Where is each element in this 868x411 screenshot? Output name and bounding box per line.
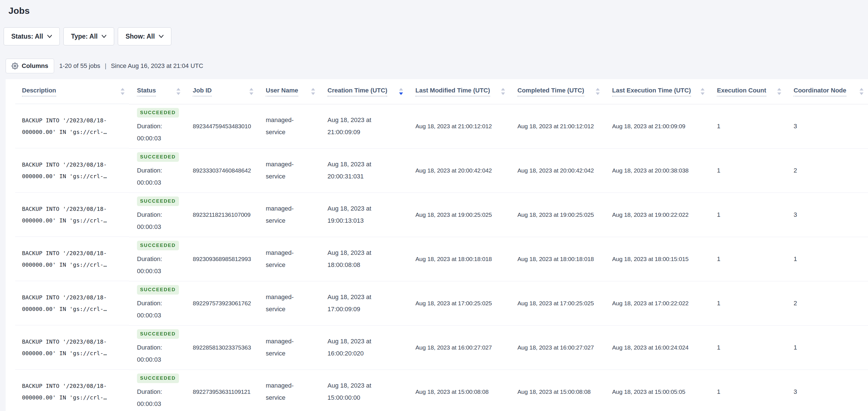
coordinator-node: 2: [794, 300, 797, 307]
coordinator-node: 1: [794, 344, 797, 351]
sort-icon[interactable]: [701, 88, 705, 95]
chevron-down-icon: [101, 35, 106, 38]
jobs-table-body: BACKUP INTO '/2023/08/18- 000000.00' IN …: [6, 104, 868, 411]
sort-icon[interactable]: [399, 88, 403, 95]
creation-time: Aug 18, 2023 at 15:00:00:00: [328, 382, 371, 401]
column-label: Execution Count: [717, 87, 766, 96]
status-badge: SUCCEEDED: [137, 241, 179, 250]
last-modified-time: Aug 18, 2023 at 16:00:27:027: [415, 344, 492, 351]
execution-count: 1: [717, 255, 720, 262]
execution-count: 1: [717, 123, 720, 130]
execution-count: 1: [717, 300, 720, 307]
coordinator-node: 3: [794, 388, 797, 395]
chevron-down-icon: [47, 35, 52, 38]
last-modified-time: Aug 18, 2023 at 17:00:25:025: [415, 300, 492, 306]
column-header-completed-time[interactable]: Completed Time (UTC): [509, 79, 604, 104]
creation-time: Aug 18, 2023 at 20:00:31:031: [328, 161, 371, 180]
last-modified-time: Aug 18, 2023 at 18:00:18:018: [415, 256, 492, 262]
column-label: Last Modified Time (UTC): [415, 87, 490, 96]
user-name: managed- service: [266, 382, 293, 401]
last-execution-time: Aug 18, 2023 at 19:00:22:022: [612, 211, 688, 218]
user-name: managed- service: [266, 338, 293, 357]
toolbar-separator: |: [105, 62, 106, 70]
status-filter-dropdown[interactable]: Status: All: [4, 27, 60, 46]
creation-time: Aug 18, 2023 at 18:00:08:08: [328, 249, 371, 268]
table-row: BACKUP INTO '/2023/08/18- 000000.00' IN …: [6, 237, 868, 281]
creation-time: Aug 18, 2023 at 16:00:20:020: [328, 338, 371, 357]
column-label: Creation Time (UTC): [328, 87, 387, 96]
gear-icon: [11, 63, 18, 69]
show-filter-label: Show: All: [125, 33, 155, 40]
creation-time: Aug 18, 2023 at 21:00:09:09: [328, 116, 371, 136]
since-timestamp: Since Aug 16, 2023 at 21:04 UTC: [111, 62, 203, 70]
job-id: 892333037460848642: [193, 167, 251, 174]
type-filter-dropdown[interactable]: Type: All: [63, 27, 115, 46]
column-label: Description: [22, 87, 56, 96]
table-row: BACKUP INTO '/2023/08/18- 000000.00' IN …: [6, 148, 868, 193]
column-label: User Name: [266, 87, 298, 96]
job-duration: Duration: 00:00:03: [137, 386, 178, 410]
status-badge: SUCCEEDED: [137, 108, 179, 118]
job-id: 892321182136107009: [193, 211, 251, 218]
column-header-last-execution-time[interactable]: Last Execution Time (UTC): [604, 79, 709, 104]
job-description: BACKUP INTO '/2023/08/18- 000000.00' IN …: [22, 161, 107, 180]
job-duration: Duration: 00:00:03: [137, 165, 178, 189]
completed-time: Aug 18, 2023 at 20:00:42:042: [518, 167, 594, 174]
sort-icon[interactable]: [596, 88, 600, 95]
table-row: BACKUP INTO '/2023/08/18- 000000.00' IN …: [6, 104, 868, 148]
job-id: 892309368985812993: [193, 256, 251, 262]
job-description: BACKUP INTO '/2023/08/18- 000000.00' IN …: [22, 383, 107, 401]
column-header-description[interactable]: Description: [6, 79, 129, 104]
job-duration: Duration: 00:00:03: [137, 209, 178, 233]
job-duration: Duration: 00:00:03: [137, 253, 178, 277]
column-label: Coordinator Node: [794, 87, 846, 96]
coordinator-node: 1: [794, 255, 797, 262]
completed-time: Aug 18, 2023 at 21:00:12:012: [518, 123, 594, 129]
sort-icon[interactable]: [311, 88, 315, 95]
coordinator-node: 3: [794, 123, 797, 130]
last-execution-time: Aug 18, 2023 at 15:00:05:05: [612, 388, 685, 395]
job-description: BACKUP INTO '/2023/08/18- 000000.00' IN …: [22, 338, 107, 357]
last-execution-time: Aug 18, 2023 at 20:00:38:038: [612, 167, 688, 174]
execution-count: 1: [717, 344, 720, 351]
coordinator-node: 2: [794, 167, 797, 174]
chevron-down-icon: [159, 35, 164, 38]
user-name: managed- service: [266, 116, 293, 136]
last-modified-time: Aug 18, 2023 at 19:00:25:025: [415, 211, 492, 218]
column-label: Job ID: [193, 87, 212, 96]
last-execution-time: Aug 18, 2023 at 17:00:22:022: [612, 300, 688, 306]
last-modified-time: Aug 18, 2023 at 15:00:08:08: [415, 388, 489, 395]
type-filter-label: Type: All: [71, 33, 98, 40]
sort-icon[interactable]: [860, 88, 864, 95]
job-duration: Duration: 00:00:03: [137, 120, 178, 145]
job-duration: Duration: 00:00:03: [137, 342, 178, 366]
column-header-job-id[interactable]: Job ID: [185, 79, 258, 104]
sort-icon[interactable]: [177, 88, 180, 95]
completed-time: Aug 18, 2023 at 16:00:27:027: [518, 344, 594, 351]
sort-icon[interactable]: [501, 88, 505, 95]
creation-time: Aug 18, 2023 at 17:00:09:09: [328, 293, 371, 313]
sort-icon[interactable]: [121, 88, 125, 95]
column-header-creation-time[interactable]: Creation Time (UTC): [319, 79, 407, 104]
results-count: 1-20 of 55 jobs: [59, 62, 100, 70]
column-header-coordinator-node[interactable]: Coordinator Node: [786, 79, 868, 104]
last-execution-time: Aug 18, 2023 at 18:00:15:015: [612, 256, 688, 262]
sort-icon[interactable]: [777, 88, 781, 95]
table-row: BACKUP INTO '/2023/08/18- 000000.00' IN …: [6, 325, 868, 370]
job-id: 892297573923061762: [193, 300, 251, 306]
column-header-last-modified-time[interactable]: Last Modified Time (UTC): [407, 79, 509, 104]
status-badge: SUCCEEDED: [137, 197, 179, 206]
jobs-table: Description Status Job ID User Name Crea…: [6, 79, 868, 411]
completed-time: Aug 18, 2023 at 18:00:18:018: [518, 256, 594, 262]
column-header-execution-count[interactable]: Execution Count: [709, 79, 786, 104]
column-header-user-name[interactable]: User Name: [258, 79, 319, 104]
columns-button[interactable]: Columns: [6, 59, 54, 73]
job-description: BACKUP INTO '/2023/08/18- 000000.00' IN …: [22, 117, 107, 135]
column-header-status[interactable]: Status: [129, 79, 185, 104]
user-name: managed- service: [266, 161, 293, 180]
show-filter-dropdown[interactable]: Show: All: [118, 27, 172, 46]
table-row: BACKUP INTO '/2023/08/18- 000000.00' IN …: [6, 370, 868, 411]
job-description: BACKUP INTO '/2023/08/18- 000000.00' IN …: [22, 294, 107, 312]
sort-icon[interactable]: [249, 88, 253, 95]
job-duration: Duration: 00:00:03: [137, 297, 178, 322]
